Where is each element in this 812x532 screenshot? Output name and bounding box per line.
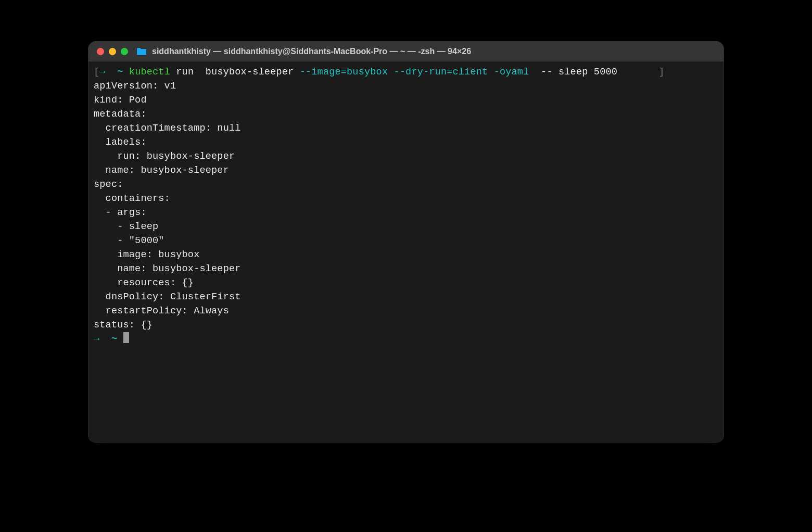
- output-line: - "5000": [94, 234, 718, 248]
- window-title: siddhantkhisty — siddhantkhisty@Siddhant…: [152, 47, 471, 56]
- output-line: image: busybox: [94, 248, 718, 262]
- output-line: spec:: [94, 178, 718, 192]
- bracket-open: [: [94, 67, 99, 78]
- cursor-icon: [123, 332, 129, 343]
- output-line: - args:: [94, 206, 718, 220]
- minimize-icon[interactable]: [109, 48, 116, 55]
- prompt-arrow-icon: →: [99, 67, 105, 78]
- output-line: run: busybox-sleeper: [94, 149, 718, 163]
- command-line: [→ ~ kubectl run busybox-sleeper --image…: [94, 65, 718, 79]
- cmd-kubectl: kubectl: [129, 67, 170, 78]
- cmd-sleep: sleep: [559, 67, 588, 78]
- prompt-tilde: ~: [111, 334, 117, 345]
- flag-oyaml: -oyaml: [494, 67, 529, 78]
- output-line: resources: {}: [94, 276, 718, 290]
- output-line: status: {}: [94, 318, 718, 332]
- window-controls: [97, 48, 128, 55]
- cmd-5000: 5000: [594, 67, 617, 78]
- folder-icon: [136, 47, 147, 56]
- maximize-icon[interactable]: [121, 48, 128, 55]
- output-line: kind: Pod: [94, 93, 718, 107]
- terminal-body[interactable]: [→ ~ kubectl run busybox-sleeper --image…: [88, 62, 724, 442]
- prompt-tilde: ~: [117, 67, 123, 78]
- cmd-pod-name: busybox-sleeper: [206, 67, 294, 78]
- output-line: - sleep: [94, 220, 718, 234]
- output-line: name: busybox-sleeper: [94, 262, 718, 276]
- output-line: containers:: [94, 192, 718, 206]
- output-line: apiVersion: v1: [94, 79, 718, 93]
- cmd-run: run: [176, 67, 194, 78]
- flag-dry-run: --dry-run=client: [394, 67, 488, 78]
- bracket-close: ]: [658, 67, 664, 78]
- prompt-arrow-icon: →: [94, 334, 99, 345]
- prompt-line: → ~: [94, 332, 718, 346]
- cmd-separator: --: [541, 67, 553, 78]
- output-line: restartPolicy: Always: [94, 304, 718, 318]
- output-line: creationTimestamp: null: [94, 121, 718, 135]
- output-line: name: busybox-sleeper: [94, 163, 718, 178]
- close-icon[interactable]: [97, 48, 104, 55]
- output-line: metadata:: [94, 107, 718, 121]
- output-line: dnsPolicy: ClusterFirst: [94, 290, 718, 304]
- terminal-window: siddhantkhisty — siddhantkhisty@Siddhant…: [88, 42, 724, 442]
- flag-image: --image=busybox: [300, 67, 388, 78]
- titlebar: siddhantkhisty — siddhantkhisty@Siddhant…: [88, 42, 724, 62]
- output-line: labels:: [94, 135, 718, 149]
